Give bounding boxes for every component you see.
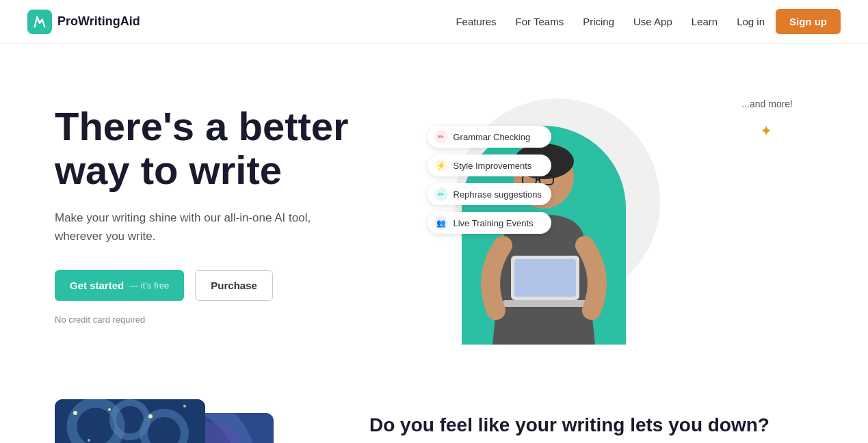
hero-section: There's a better way to write Make your …: [0, 44, 868, 386]
pill-grammar: ✏ Grammar Checking: [428, 126, 551, 148]
logo-text: ProWritingAid: [57, 14, 140, 29]
rephrase-icon: ✏: [434, 187, 448, 201]
svg-point-17: [73, 411, 77, 415]
nav-pricing[interactable]: Pricing: [583, 16, 614, 27]
svg-rect-6: [514, 259, 576, 297]
login-link[interactable]: Log in: [737, 16, 765, 27]
svg-rect-7: [503, 300, 588, 307]
pill-training: 👥 Live Training Events: [428, 212, 551, 234]
more-label: ...and more!: [741, 98, 793, 109]
pill-style: ⚡ Style Improvements: [428, 155, 551, 176]
sparkle-icon: ✦: [760, 122, 772, 140]
nav-links: Features For Teams Pricing Use App Learn: [456, 16, 718, 28]
nav-learn[interactable]: Learn: [692, 16, 718, 27]
second-section-title: Do you feel like your writing lets you d…: [369, 413, 813, 438]
hero-title: There's a better way to write: [55, 105, 434, 192]
art-card-front: My idea in my head: [55, 399, 205, 443]
no-credit-text: No credit card required: [55, 314, 434, 325]
second-section-content: Do you feel like your writing lets you d…: [369, 399, 813, 443]
style-icon: ⚡: [434, 159, 448, 172]
svg-point-20: [183, 405, 186, 407]
svg-point-18: [108, 408, 111, 411]
grammar-icon: ✏: [434, 130, 448, 144]
nav-use-app[interactable]: Use App: [633, 16, 672, 27]
pill-rephrase: ✏ Rephrase suggestions: [428, 183, 551, 205]
purchase-button[interactable]: Purchase: [195, 270, 273, 301]
get-started-button[interactable]: Get started — it's free: [55, 270, 184, 301]
logo-icon: [27, 10, 52, 34]
svg-point-19: [148, 414, 153, 418]
nav-for-teams[interactable]: For Teams: [516, 16, 564, 27]
second-section: My idea in my head Do you feel like your…: [0, 386, 868, 443]
navbar: ProWritingAid Features For Teams Pricing…: [0, 0, 868, 44]
logo-link[interactable]: ProWritingAid: [27, 10, 140, 34]
art-cards: My idea in my head: [55, 399, 287, 443]
hero-illustration: ✏ Grammar Checking ⚡ Style Improvements …: [434, 85, 814, 345]
hero-subtitle: Make your writing shine with our all-in-…: [55, 209, 342, 245]
starry-night-canvas: [55, 399, 205, 443]
hero-buttons: Get started — it's free Purchase: [55, 270, 434, 301]
nav-features[interactable]: Features: [456, 16, 496, 27]
hero-content: There's a better way to write Make your …: [55, 105, 434, 325]
training-icon: 👥: [434, 216, 448, 230]
svg-point-21: [88, 439, 90, 442]
feature-pills: ✏ Grammar Checking ⚡ Style Improvements …: [428, 126, 551, 234]
art-cards-area: My idea in my head: [55, 399, 315, 443]
signup-button[interactable]: Sign up: [776, 9, 841, 34]
